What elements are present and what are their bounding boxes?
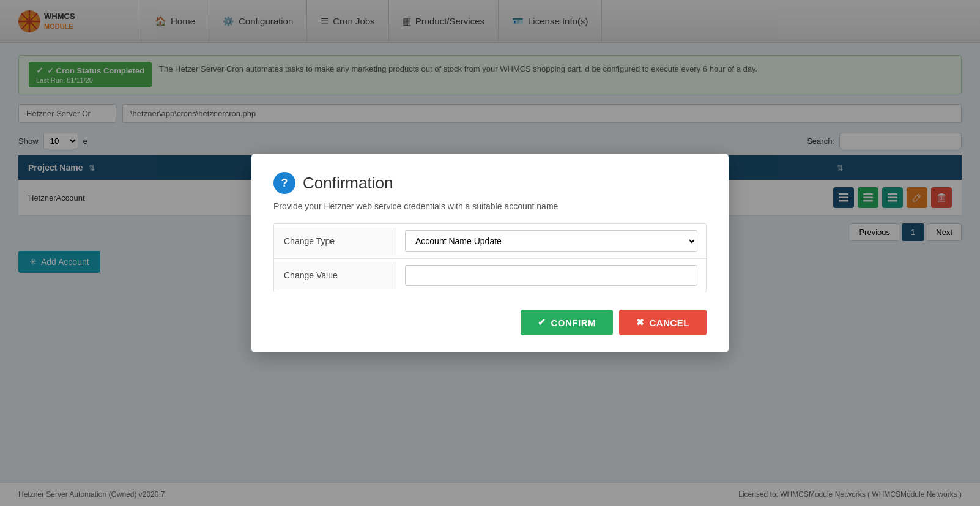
change-type-label: Change Type [274,228,396,255]
change-value-label: Change Value [274,262,396,285]
change-value-input[interactable] [405,265,697,285]
change-type-control: Account Name Update Update Credentials [396,224,706,258]
change-value-row: Change Value [274,259,706,285]
question-mark-icon: ? [281,177,288,190]
change-type-select[interactable]: Account Name Update Update Credentials [405,230,697,252]
modal-overlay[interactable]: ? Confirmation Provide your Hetzner web … [0,0,980,285]
modal-title-row: ? Confirmation [273,172,707,194]
change-type-row: Change Type Account Name Update Update C… [274,224,706,259]
confirmation-modal: ? Confirmation Provide your Hetzner web … [251,154,729,285]
modal-form: Change Type Account Name Update Update C… [273,223,707,285]
modal-subtitle: Provide your Hetzner web service credent… [273,201,707,211]
modal-title: Confirmation [303,174,393,193]
modal-help-icon: ? [273,172,295,194]
change-value-control [396,259,706,285]
